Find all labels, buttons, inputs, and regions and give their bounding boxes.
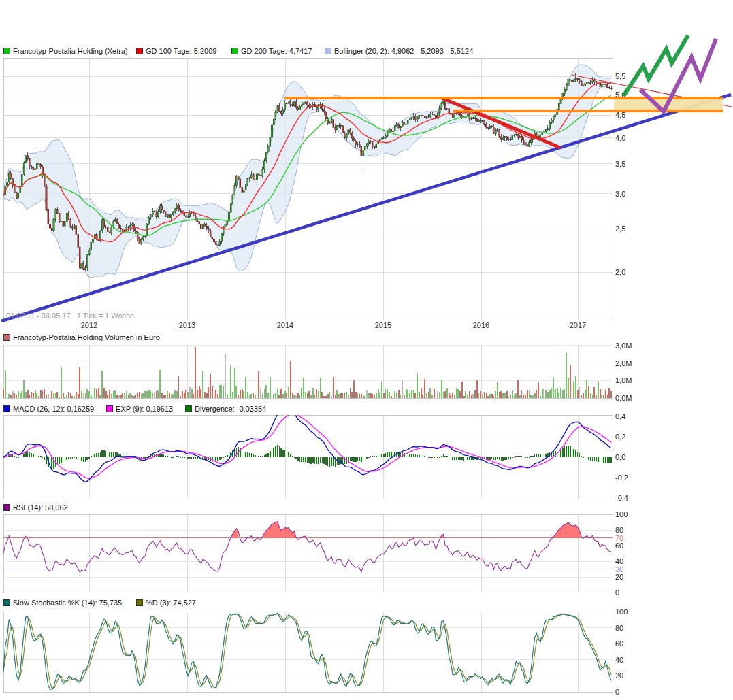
legend-rsi: RSI (14): 58,062 <box>0 503 733 512</box>
legend-color-swatch <box>185 405 192 412</box>
legend-item-macd-panel-2: Divergence: -0,03354 <box>185 405 266 413</box>
svg-text:2,5: 2,5 <box>615 224 625 233</box>
svg-text:2016: 2016 <box>473 321 489 329</box>
red-trendline <box>442 98 560 148</box>
legend-color-swatch <box>3 504 10 511</box>
legend-color-swatch <box>136 599 143 606</box>
svg-text:1,0M: 1,0M <box>615 376 632 384</box>
svg-text:20: 20 <box>615 671 623 680</box>
svg-text:80: 80 <box>615 526 623 534</box>
legend-label: Slow Stochastic %K (14): 75,735 <box>13 599 122 607</box>
svg-text:5,5: 5,5 <box>615 72 625 80</box>
legend-color-swatch <box>3 48 10 54</box>
svg-text:3,5: 3,5 <box>615 160 625 168</box>
rsi-panel[interactable] <box>3 522 611 573</box>
svg-text:70: 70 <box>615 534 623 542</box>
legend-color-swatch <box>136 48 143 54</box>
legend-color-swatch <box>325 48 331 54</box>
svg-text:40: 40 <box>615 656 623 664</box>
svg-text:0,0: 0,0 <box>615 453 625 461</box>
svg-text:3,0: 3,0 <box>615 190 625 198</box>
panel-border <box>3 612 613 692</box>
legend-label: GD 100 Tage: 5,2009 <box>146 47 216 55</box>
legend-color-swatch <box>3 405 10 412</box>
stock-chart-page: 5,55,04,54,03,53,02,52,03,0M2,0M1,0M0,0M… <box>0 0 733 700</box>
svg-text:2,0M: 2,0M <box>615 359 632 367</box>
volume-panel[interactable] <box>3 347 612 398</box>
legend-item-price-panel-0: Francotyp-Postalia Holding (Xetra) <box>3 47 128 55</box>
svg-text:2015: 2015 <box>375 321 391 329</box>
svg-text:100: 100 <box>615 607 628 616</box>
svg-text:2013: 2013 <box>179 321 195 329</box>
legend-item-stochastic-panel-0: Slow Stochastic %K (14): 75,735 <box>3 599 122 607</box>
legend-color-swatch <box>3 334 10 341</box>
legend-item-macd-panel-0: MACD (26, 12): 0,16259 <box>3 405 94 413</box>
legend-label: Divergence: -0,03354 <box>195 405 266 413</box>
svg-text:4,0: 4,0 <box>615 134 625 142</box>
legend-item-macd-panel-1: EXP (9): 0,19613 <box>106 405 173 413</box>
chart-canvas[interactable]: 5,55,04,54,03,53,02,52,03,0M2,0M1,0M0,0M… <box>0 0 733 700</box>
svg-text:0,2: 0,2 <box>615 433 625 441</box>
legend-item-stochastic-panel-1: %D (3): 74,527 <box>136 599 196 607</box>
rsi-line <box>3 522 611 573</box>
svg-text:20: 20 <box>615 573 623 581</box>
svg-text:0,0M: 0,0M <box>615 394 632 402</box>
svg-text:2012: 2012 <box>81 321 97 329</box>
legend-label: Francotyp-Postalia Holding Volumen in Eu… <box>13 333 160 341</box>
macd-signal-line <box>3 414 611 479</box>
svg-text:-0,4: -0,4 <box>615 494 628 502</box>
svg-text:0: 0 <box>615 688 619 696</box>
panel-border <box>3 514 613 593</box>
svg-text:2,0: 2,0 <box>615 268 625 276</box>
legend-item-volume-panel-0: Francotyp-Postalia Holding Volumen in Eu… <box>3 333 160 341</box>
legend-label: MACD (26, 12): 0,16259 <box>13 405 94 413</box>
legend-item-price-panel-2: GD 200 Tage: 4,7417 <box>231 47 312 55</box>
timeframe-info: 01.02.11 - 03.05.17 1 Tick = 1 Woche <box>6 312 134 320</box>
legend-stochastic: Slow Stochastic %K (14): 75,735%D (3): 7… <box>0 599 733 607</box>
svg-text:3,0M: 3,0M <box>615 341 632 350</box>
legend-label: GD 200 Tage: 4,7417 <box>241 47 312 55</box>
svg-text:80: 80 <box>615 624 623 632</box>
stochastic-k-line <box>3 614 611 690</box>
stochastic-d-line <box>3 614 611 689</box>
legend-item-price-panel-1: GD 100 Tage: 5,2009 <box>136 47 216 55</box>
legend-label: EXP (9): 0,19613 <box>116 405 173 413</box>
svg-text:2017: 2017 <box>570 321 586 329</box>
legend-label: RSI (14): 58,062 <box>13 503 68 512</box>
legend-macd: MACD (26, 12): 0,16259EXP (9): 0,19613Di… <box>0 405 733 414</box>
legend-label: %D (3): 74,527 <box>146 599 196 607</box>
legend-color-swatch <box>106 405 113 412</box>
legend-price: Francotyp-Postalia Holding (Xetra)GD 100… <box>0 47 733 56</box>
legend-color-swatch <box>3 599 10 606</box>
legend-label: Francotyp-Postalia Holding (Xetra) <box>13 47 128 55</box>
svg-text:30: 30 <box>615 565 623 573</box>
svg-text:2014: 2014 <box>277 321 293 329</box>
legend-item-rsi-panel-0: RSI (14): 58,062 <box>3 503 68 512</box>
svg-text:-0,2: -0,2 <box>615 473 628 482</box>
legend-item-price-panel-3: Bollinger (20, 2): 4,9062 - 5,2093 - 5,5… <box>325 47 473 55</box>
svg-text:60: 60 <box>615 541 623 550</box>
legend-volume: Francotyp-Postalia Holding Volumen in Eu… <box>0 333 733 342</box>
stochastic-panel[interactable] <box>3 614 611 690</box>
macd-panel[interactable] <box>3 410 612 482</box>
legend-color-swatch <box>231 48 238 54</box>
svg-text:0: 0 <box>615 588 619 597</box>
svg-text:60: 60 <box>615 639 623 648</box>
svg-text:40: 40 <box>615 557 623 565</box>
legend-label: Bollinger (20, 2): 4,9062 - 5,2093 - 5,5… <box>334 47 473 55</box>
